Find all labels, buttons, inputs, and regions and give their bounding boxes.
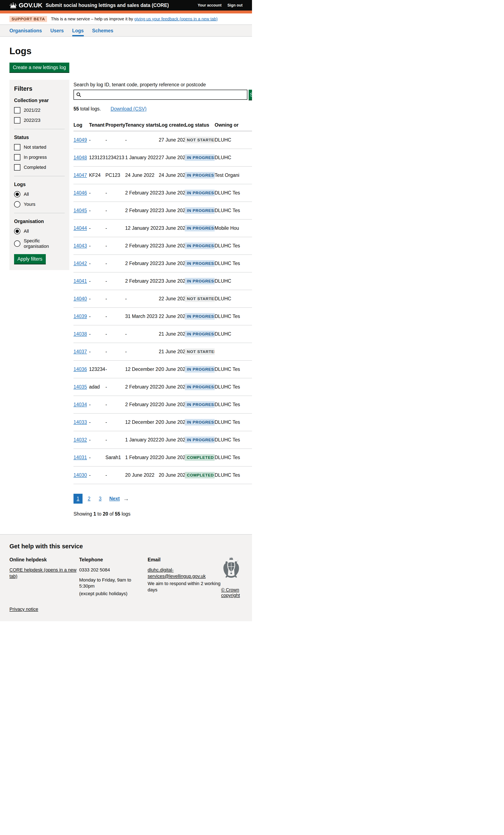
cell-log: 14034 bbox=[74, 396, 89, 413]
cell-log-created: 20 June 2022 bbox=[159, 413, 185, 431]
crown-copyright-link[interactable]: © Crown copyright bbox=[221, 587, 244, 598]
log-id-link[interactable]: 14033 bbox=[74, 420, 87, 425]
cell-log-created: 20 June 2022 bbox=[159, 361, 185, 378]
cell-log-created: 27 June 2022 bbox=[159, 149, 185, 166]
cell-log-created: 20 June 2022 bbox=[159, 431, 185, 449]
cell-log-status: IN PROGRESS bbox=[185, 255, 215, 272]
service-name-link[interactable]: Submit social housing lettings and sales… bbox=[46, 2, 169, 8]
status-badge: IN PROGRESS bbox=[185, 154, 215, 161]
log-id-link[interactable]: 14038 bbox=[74, 331, 87, 337]
online-helpdesk-heading: Online helpdesk bbox=[9, 557, 79, 563]
cell-log-status: COMPLETED bbox=[185, 449, 215, 466]
table-row: 14046--2 February 202323 June 2022IN PRO… bbox=[74, 184, 252, 202]
cell-property: - bbox=[105, 255, 125, 272]
pagination-page-2[interactable]: 2 bbox=[85, 494, 94, 504]
filter-divider bbox=[14, 213, 65, 213]
nav-tab-logs[interactable]: Logs bbox=[72, 25, 84, 36]
column-header: Tenancy starts bbox=[125, 120, 159, 131]
status-badge: IN PROGRESS bbox=[185, 366, 215, 372]
log-id-link[interactable]: 14048 bbox=[74, 155, 87, 160]
sign-out-link[interactable]: Sign out bbox=[227, 3, 243, 7]
column-header: Log created bbox=[159, 120, 185, 131]
log-id-link[interactable]: 14039 bbox=[74, 313, 87, 319]
core-helpdesk-link[interactable]: CORE helpdesk (opens in a new tab) bbox=[9, 567, 77, 579]
cell-tenancy-starts: 2 February 2023 bbox=[125, 202, 159, 220]
radio-yours[interactable] bbox=[14, 201, 20, 207]
log-id-link[interactable]: 14043 bbox=[74, 243, 87, 248]
nav-tab-schemes[interactable]: Schemes bbox=[92, 25, 114, 36]
search-label: Search by log ID, tenant code, property … bbox=[74, 82, 252, 87]
showing-to-word: to bbox=[96, 511, 103, 517]
radio-all[interactable] bbox=[14, 191, 20, 198]
nav-tab-users[interactable]: Users bbox=[51, 25, 64, 36]
cell-tenant: - bbox=[89, 237, 105, 255]
privacy-notice-link[interactable]: Privacy notice bbox=[9, 607, 38, 612]
log-id-link[interactable]: 14044 bbox=[74, 225, 87, 231]
cell-tenancy-starts: - bbox=[125, 131, 159, 149]
cell-log-created: 23 June 2022 bbox=[159, 220, 185, 237]
log-id-link[interactable]: 14041 bbox=[74, 278, 87, 284]
email-heading: Email bbox=[148, 557, 221, 563]
cell-property: - bbox=[105, 378, 125, 396]
log-id-link[interactable]: 14035 bbox=[74, 384, 87, 390]
filter-option-label: Yours bbox=[24, 202, 35, 207]
cell-tenant: adad bbox=[89, 378, 105, 396]
cell-log: 14045 bbox=[74, 202, 89, 220]
email-link[interactable]: dluhc.digital-services@levellingup.gov.u… bbox=[148, 567, 206, 579]
filter-option-label: 2021/22 bbox=[24, 107, 41, 113]
download-csv-link[interactable]: Download (CSV) bbox=[110, 106, 146, 111]
create-lettings-log-button[interactable]: Create a new lettings log bbox=[9, 63, 69, 72]
radio-all[interactable] bbox=[14, 228, 20, 235]
apply-filters-button[interactable]: Apply filters bbox=[14, 254, 46, 264]
log-id-link[interactable]: 14034 bbox=[74, 402, 87, 407]
nav-tab-organisations[interactable]: Organisations bbox=[9, 25, 42, 36]
status-badge: IN PROGRESS bbox=[185, 172, 215, 179]
log-id-link[interactable]: 14040 bbox=[74, 296, 87, 301]
table-row: 14033--12 December 202120 June 2022IN PR… bbox=[74, 413, 252, 431]
search-button[interactable]: Search bbox=[249, 90, 252, 100]
log-id-link[interactable]: 14031 bbox=[74, 455, 87, 460]
radio-specific-organisation[interactable] bbox=[14, 241, 20, 247]
cell-property: - bbox=[105, 413, 125, 431]
cell-log-status: COMPLETED bbox=[185, 466, 215, 484]
phase-banner-message: This is a new service – help us improve … bbox=[51, 17, 134, 21]
checkbox-not-started[interactable] bbox=[14, 144, 20, 150]
cell-property: - bbox=[105, 431, 125, 449]
log-id-link[interactable]: 14030 bbox=[74, 472, 87, 478]
log-id-link[interactable]: 14046 bbox=[74, 190, 87, 196]
pagination: 123 Next → bbox=[74, 494, 252, 504]
log-id-link[interactable]: 14036 bbox=[74, 366, 87, 372]
log-id-link[interactable]: 14032 bbox=[74, 437, 87, 443]
cell-log: 14040 bbox=[74, 290, 89, 308]
your-account-link[interactable]: Your account bbox=[198, 3, 222, 7]
crown-icon bbox=[9, 2, 17, 8]
table-row: 14031-Sarah11 February 202220 June 2022C… bbox=[74, 449, 252, 466]
checkbox-2021-22[interactable] bbox=[14, 107, 20, 114]
log-id-link[interactable]: 14037 bbox=[74, 349, 87, 354]
search-input[interactable] bbox=[74, 90, 247, 100]
cell-property: - bbox=[105, 396, 125, 413]
status-badge: IN PROGRESS bbox=[185, 207, 215, 214]
cell-log-created: 23 June 2022 bbox=[159, 237, 185, 255]
checkbox-2022-23[interactable] bbox=[14, 117, 20, 123]
cell-owning-organisation: DLUHC Tes bbox=[215, 184, 252, 202]
checkbox-completed[interactable] bbox=[14, 164, 20, 170]
cell-tenant: - bbox=[89, 308, 105, 325]
total-logs-line: 55 total logs.Download (CSV) bbox=[74, 106, 252, 112]
cell-tenant: - bbox=[89, 413, 105, 431]
pagination-next-link[interactable]: Next bbox=[107, 494, 121, 504]
table-row: 14041--2 February 202323 June 2022IN PRO… bbox=[74, 272, 252, 290]
log-id-link[interactable]: 14049 bbox=[74, 137, 87, 143]
log-id-link[interactable]: 14042 bbox=[74, 261, 87, 266]
status-badge: IN PROGRESS bbox=[185, 419, 215, 426]
feedback-link[interactable]: giving us your feedback (opens in a new … bbox=[134, 17, 218, 21]
log-id-link[interactable]: 14047 bbox=[74, 172, 87, 178]
pagination-page-3[interactable]: 3 bbox=[96, 494, 105, 504]
cell-log: 14047 bbox=[74, 166, 89, 184]
log-id-link[interactable]: 14045 bbox=[74, 208, 87, 213]
cell-log-created: 20 June 2022 bbox=[159, 449, 185, 466]
checkbox-in-progress[interactable] bbox=[14, 154, 20, 160]
table-row: 14042--2 February 202323 June 2022IN PRO… bbox=[74, 255, 252, 272]
cell-property: 1234213 bbox=[105, 149, 125, 166]
pagination-page-1[interactable]: 1 bbox=[74, 494, 82, 504]
